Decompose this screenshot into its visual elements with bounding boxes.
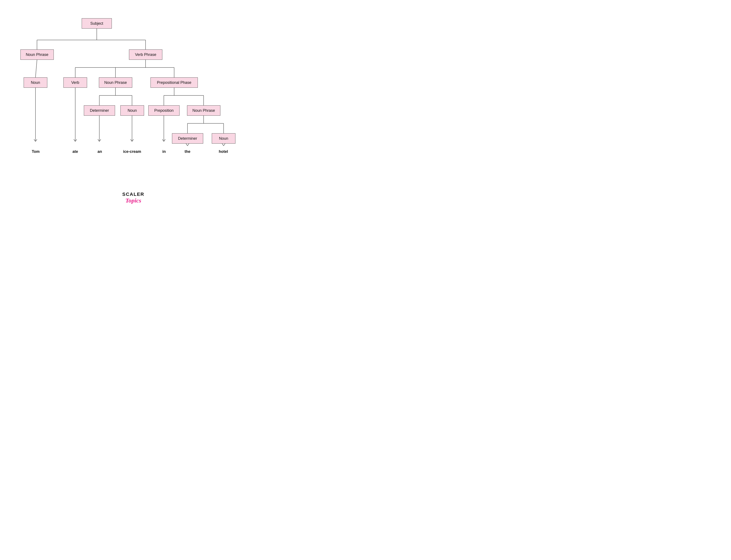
word-tom: Tom (30, 149, 41, 154)
svg-line-34 (99, 139, 101, 141)
svg-line-41 (222, 144, 224, 146)
svg-line-35 (131, 139, 132, 141)
logo-scaler-text: SCALER (122, 192, 144, 197)
svg-line-42 (224, 144, 225, 146)
diagram-container: Subject Noun Phrase Verb Phrase Noun Ver… (0, 0, 267, 193)
word-the: the (183, 149, 192, 154)
svg-line-30 (35, 139, 37, 141)
noun-3-node: Noun (212, 133, 235, 144)
determiner-1-node: Determiner (84, 105, 115, 116)
logo-container: SCALER Topics (122, 192, 144, 204)
verb-phrase-node: Verb Phrase (129, 49, 162, 60)
svg-line-36 (132, 139, 134, 141)
prep-phase-node: Prepositional Phase (151, 77, 198, 88)
subject-node: Subject (82, 18, 112, 29)
word-hotel: hotel (216, 149, 231, 154)
svg-line-40 (187, 144, 189, 146)
determiner-2-node: Determiner (172, 133, 203, 144)
word-ice-cream: ice-cream (122, 149, 142, 154)
noun-2-node: Noun (120, 105, 144, 116)
word-ate: ate (70, 149, 80, 154)
svg-line-31 (74, 139, 75, 141)
noun-phrase-3-node: Noun Phrase (187, 105, 220, 116)
svg-line-29 (34, 139, 35, 141)
preposition-node: Preposition (148, 105, 180, 116)
svg-line-4 (35, 60, 37, 77)
word-an: an (96, 149, 104, 154)
svg-line-33 (98, 139, 99, 141)
noun-phrase-2-node: Noun Phrase (99, 77, 132, 88)
svg-line-38 (164, 139, 165, 141)
verb-node: Verb (63, 77, 87, 88)
svg-line-37 (162, 139, 164, 141)
word-in: in (161, 149, 167, 154)
connector-lines (0, 0, 267, 193)
noun-1-node: Noun (24, 77, 47, 88)
svg-line-32 (75, 139, 77, 141)
svg-line-39 (186, 144, 187, 146)
noun-phrase-1-node: Noun Phrase (20, 49, 54, 60)
logo-topics-text: Topics (122, 197, 144, 204)
